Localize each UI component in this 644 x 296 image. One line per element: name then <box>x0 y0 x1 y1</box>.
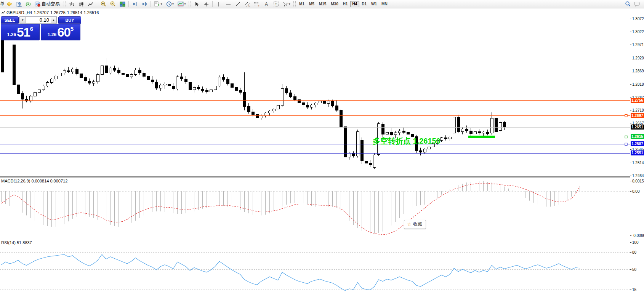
zoom-in-icon <box>100 1 106 7</box>
price-tick-1.3022: 1.3022 <box>632 30 644 34</box>
axis-tick <box>630 58 631 58</box>
search-button[interactable] <box>623 0 633 8</box>
volume-input[interactable] <box>26 17 51 23</box>
candle <box>34 93 37 96</box>
timeframe-w1[interactable]: W1 <box>369 1 379 7</box>
axis-tick <box>630 181 631 181</box>
volume-decrease-button[interactable]: ▼ <box>20 17 26 23</box>
candle <box>327 101 330 103</box>
candle <box>453 117 456 133</box>
timeframe-m5[interactable]: M5 <box>307 1 317 7</box>
new-order-button[interactable]: 单 <box>0 0 4 8</box>
axis-tick <box>630 149 631 150</box>
line-handle[interactable] <box>625 115 627 117</box>
candle <box>84 77 87 81</box>
price-tick-1.3072: 1.3072 <box>632 17 644 21</box>
price-tag-1.2551[interactable]: 1.2551 <box>631 150 644 155</box>
volume-spinner: ▼ ▲ <box>19 16 57 24</box>
timeframe-m30[interactable]: M30 <box>328 1 340 7</box>
price-tag-1.2587[interactable]: 1.2587 <box>631 141 644 146</box>
volume-increase-button[interactable]: ▲ <box>51 17 56 23</box>
auto-scroll-button[interactable] <box>130 0 139 8</box>
candle <box>503 123 506 127</box>
price-tag-1.2615[interactable]: 1.2615 <box>631 134 644 139</box>
auto-trading-button[interactable]: 自动交易 <box>33 0 62 8</box>
toolbar-separator <box>212 1 213 7</box>
toolbar-grip <box>293 1 296 7</box>
cursor-tool-button[interactable] <box>192 0 201 8</box>
timeframe-m15[interactable]: M15 <box>317 1 328 7</box>
timeframe-h4[interactable]: H4 <box>350 1 360 7</box>
trendline-tool[interactable] <box>233 0 242 8</box>
periodicity-button[interactable]: ▾ <box>164 0 176 8</box>
comment-button[interactable] <box>633 0 642 8</box>
timeframe-mn[interactable]: MN <box>379 1 390 7</box>
crosshair-tool-button[interactable] <box>202 0 211 8</box>
highlight-box[interactable] <box>468 136 495 138</box>
candle <box>143 73 146 77</box>
timeframe-h1[interactable]: H1 <box>341 1 350 7</box>
order-icon[interactable] <box>5 0 14 8</box>
horizontal-line-tool[interactable] <box>224 0 233 8</box>
buy-price-button[interactable]: 1.26 60 5 <box>41 24 80 40</box>
chart-window: GBPUSD-,H4 1.26707 1.26725 1.26514 1.265… <box>0 8 644 296</box>
bar-chart-button[interactable] <box>67 0 76 8</box>
chart-shift-button[interactable] <box>140 0 149 8</box>
candle <box>114 68 116 70</box>
vertical-line-icon <box>216 2 221 7</box>
timeframe-d1[interactable]: D1 <box>359 1 369 7</box>
fibonacci-tool[interactable]: F <box>252 0 261 8</box>
buy-button[interactable]: BUY <box>58 16 81 24</box>
dropdown-arrow-icon: ▾ <box>288 2 290 6</box>
current-price-tag[interactable]: 1.2651 <box>631 125 644 130</box>
toolbar-separator <box>97 1 97 7</box>
quote-close: 1.26516 <box>84 10 99 15</box>
text-label-tool[interactable]: T <box>271 0 280 8</box>
macd-value-main: 0.000814 <box>31 179 49 183</box>
zoom-in-button[interactable] <box>99 0 108 8</box>
templates-button[interactable]: ▾ <box>176 0 187 8</box>
trendline-icon <box>235 2 240 7</box>
buy-price-prefix: 1.26 <box>48 32 56 37</box>
candle <box>42 86 45 90</box>
rsi-axis-80: 80 <box>632 250 636 254</box>
timeframe-m1[interactable]: M1 <box>297 1 307 7</box>
symbol-name: GBPUSD-,H4 <box>6 10 32 15</box>
arrows-tool-button[interactable]: ▾ <box>281 0 292 8</box>
line-handle[interactable] <box>625 143 627 146</box>
price-axis[interactable]: 1.30721.30221.29711.29201.28691.28181.27… <box>630 8 644 296</box>
candle <box>160 85 162 88</box>
speech-bubble-icon <box>634 2 640 7</box>
price-tick-1.2971: 1.2971 <box>632 43 644 47</box>
toolbar-separator <box>151 1 151 7</box>
profile-icon[interactable] <box>14 0 23 8</box>
candle <box>311 105 313 107</box>
new-chart-button[interactable]: ▾ <box>152 0 164 8</box>
price-tag-1.2697[interactable]: 1.2697 <box>631 113 644 118</box>
candle <box>38 90 41 92</box>
candle <box>352 154 355 156</box>
text-tool[interactable]: A <box>262 0 271 8</box>
line-handle[interactable] <box>625 136 627 138</box>
channel-tool[interactable]: E <box>243 0 252 8</box>
candle <box>369 163 372 165</box>
new-chart-icon <box>154 1 160 7</box>
candle <box>147 77 150 80</box>
axis-tick <box>630 110 631 110</box>
pane-splitter-macd[interactable] <box>0 176 630 178</box>
sell-button[interactable]: SELL <box>1 16 19 24</box>
pane-splitter-rsi[interactable] <box>0 238 630 239</box>
candle <box>445 138 447 139</box>
tile-windows-button[interactable] <box>118 0 127 8</box>
channel-icon: E <box>244 2 250 7</box>
candle <box>235 88 238 90</box>
favorite-button[interactable]: ☆ 收藏 <box>404 220 426 229</box>
signal-icon[interactable] <box>24 0 33 8</box>
candlestick-chart-button[interactable] <box>77 0 86 8</box>
zoom-out-button[interactable] <box>108 0 117 8</box>
line-chart-button[interactable] <box>86 0 95 8</box>
sell-price-button[interactable]: 1.26 51 6 <box>1 24 40 40</box>
price-tag-1.2756[interactable]: 1.2756 <box>631 98 644 103</box>
candle <box>55 76 58 79</box>
vertical-line-tool[interactable] <box>214 0 223 8</box>
